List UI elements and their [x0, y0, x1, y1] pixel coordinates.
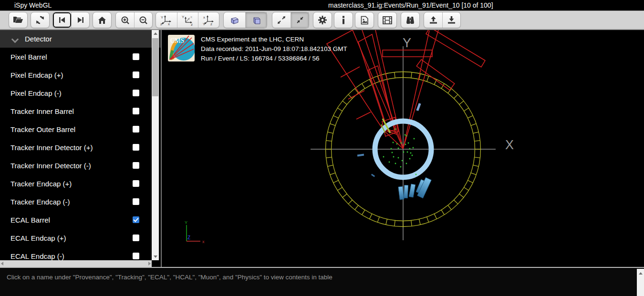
event-info-overlay: CMS CMS Experiment at the LHC, CERN Data…	[168, 35, 347, 63]
view-zy-button[interactable]: Y x z	[177, 12, 198, 28]
chevron-down-icon	[11, 36, 18, 42]
gizmo-y-label: Y	[185, 220, 187, 225]
shrink-view-button[interactable]	[291, 12, 309, 28]
detector-item-pixel-endcap: Pixel Endcap (-)	[0, 84, 161, 102]
svg-text:z: z	[191, 22, 193, 26]
scroll-down-arrow-icon[interactable]	[152, 253, 159, 260]
binoculars-icon	[405, 16, 415, 24]
zoom-out-button[interactable]	[134, 12, 152, 28]
upload-icon	[429, 16, 438, 24]
detector-header-label: Detector	[25, 35, 52, 43]
perspective-view-button[interactable]	[224, 12, 245, 28]
orthographic-cube-icon	[250, 15, 262, 25]
detector-item-pixel-endcap: Pixel Endcap (+)	[0, 66, 161, 84]
view-xy-button[interactable]: Y z x	[156, 12, 177, 28]
detector-item-checkbox[interactable]	[133, 126, 139, 133]
sidebar-items: Pixel BarrelPixel Endcap (+)Pixel Endcap…	[0, 48, 161, 265]
detector-item-label: Pixel Endcap (-)	[10, 89, 133, 97]
scroll-up-arrow-icon[interactable]	[637, 270, 644, 277]
detector-item-label: Tracker Outer Barrel	[10, 125, 133, 133]
detector-tree-header[interactable]: Detector	[0, 30, 161, 48]
ispy-window: iSpy WebGL masterclass_91.ig:Events/Run_…	[0, 0, 644, 296]
upload-button[interactable]	[424, 12, 442, 28]
detector-item-checkbox[interactable]	[133, 108, 139, 114]
detector-item-checkbox[interactable]	[133, 235, 139, 241]
search-button[interactable]	[401, 12, 419, 28]
detector-sidebar: Detector Pixel BarrelPixel Endcap (+)Pix…	[0, 30, 161, 267]
svg-text:z: z	[210, 22, 212, 26]
detector-item-label: Tracker Inner Barrel	[10, 107, 133, 115]
main-area: Detector Pixel BarrelPixel Endcap (+)Pix…	[0, 30, 644, 267]
detector-item-ecal-endcap: ECAL Endcap (+)	[0, 229, 161, 247]
gizmo-x-label: x	[202, 239, 205, 244]
home-view-button[interactable]	[93, 12, 111, 28]
detector-item-pixel-barrel: Pixel Barrel	[0, 48, 161, 66]
export-image-button[interactable]	[355, 12, 374, 28]
axes-xy-icon: Y z x	[160, 14, 173, 26]
enlarge-view-button[interactable]	[272, 12, 291, 28]
skip-next-icon	[76, 16, 85, 24]
status-bar: Click on a name under "Provenance", "Tra…	[0, 267, 644, 296]
detector-item-tracker-inner-detector: Tracker Inner Detector (-)	[0, 156, 161, 174]
detector-item-checkbox[interactable]	[133, 71, 139, 78]
cms-logo: CMS	[168, 35, 195, 61]
app-title: iSpy WebGL	[14, 1, 52, 9]
statusbar-scrollbar[interactable]	[637, 269, 644, 296]
toolbar: Y z x Y x z	[0, 10, 644, 30]
scroll-right-arrow-icon[interactable]	[147, 262, 151, 265]
refresh-button[interactable]	[31, 12, 49, 28]
expand-arrows-icon	[277, 16, 286, 24]
view-xz-button[interactable]: x Y z	[198, 12, 219, 28]
sidebar-horizontal-scrollbar[interactable]	[0, 260, 152, 267]
previous-event-button[interactable]	[53, 12, 71, 28]
film-icon	[383, 16, 392, 24]
detector-item-label: Tracker Inner Detector (+)	[10, 143, 133, 152]
collapse-arrows-icon	[296, 16, 304, 24]
detector-item-label: ECAL Barrel	[10, 216, 133, 224]
detector-item-checkbox[interactable]	[133, 90, 139, 96]
gear-icon	[318, 15, 327, 25]
detector-item-tracker-inner-detector: Tracker Inner Detector (+)	[0, 138, 161, 156]
animation-button[interactable]	[378, 12, 396, 28]
detector-item-checkbox[interactable]	[133, 216, 139, 223]
detector-item-ecal-barrel: ECAL Barrel	[0, 211, 161, 229]
home-icon	[98, 16, 106, 24]
download-button[interactable]	[442, 12, 460, 28]
detector-item-checkbox[interactable]	[133, 53, 139, 60]
detector-item-tracker-endcap: Tracker Endcap (-)	[0, 193, 161, 211]
orthographic-view-button[interactable]	[245, 12, 267, 28]
scrollbar-thumb[interactable]	[152, 38, 158, 96]
axes-zy-icon: Y x z	[181, 14, 195, 26]
zoom-in-button[interactable]	[116, 12, 134, 28]
event-info-line2: Data recorded: 2011-Jun-09 18:07:18.8421…	[201, 44, 347, 54]
detector-item-label: Tracker Endcap (+)	[10, 180, 133, 188]
detector-item-tracker-outer-barrel: Tracker Outer Barrel	[0, 120, 161, 138]
detector-item-label: ECAL Endcap (+)	[10, 234, 133, 242]
info-icon	[342, 16, 345, 24]
image-file-icon	[361, 16, 369, 25]
svg-text:Y: Y	[182, 15, 185, 19]
detector-item-checkbox[interactable]	[133, 180, 139, 187]
detector-item-checkbox[interactable]	[133, 253, 139, 259]
settings-button[interactable]	[313, 12, 332, 28]
scroll-left-arrow-icon[interactable]	[1, 262, 5, 265]
scroll-up-arrow-icon[interactable]	[152, 30, 159, 37]
svg-text:Y: Y	[203, 22, 206, 26]
detector-item-checkbox[interactable]	[133, 162, 139, 169]
y-axis-label: Y	[403, 36, 411, 50]
gizmo-z-label: Z	[187, 235, 190, 240]
open-folder-icon	[13, 16, 23, 24]
next-event-button[interactable]	[71, 12, 89, 28]
open-file-button[interactable]	[9, 12, 27, 28]
download-icon	[447, 16, 456, 24]
svg-text:x: x	[190, 15, 192, 19]
event-display-scene: Y X	[162, 30, 644, 266]
info-button[interactable]	[334, 12, 353, 28]
skip-previous-icon	[58, 16, 66, 24]
sidebar-vertical-scrollbar[interactable]	[152, 30, 159, 260]
detector-item-checkbox[interactable]	[133, 144, 139, 151]
detector-item-checkbox[interactable]	[133, 198, 139, 205]
axes-xz-icon: x Y z	[202, 14, 216, 26]
svg-text:z: z	[160, 22, 162, 26]
event-display-canvas[interactable]: Y X	[161, 30, 644, 267]
